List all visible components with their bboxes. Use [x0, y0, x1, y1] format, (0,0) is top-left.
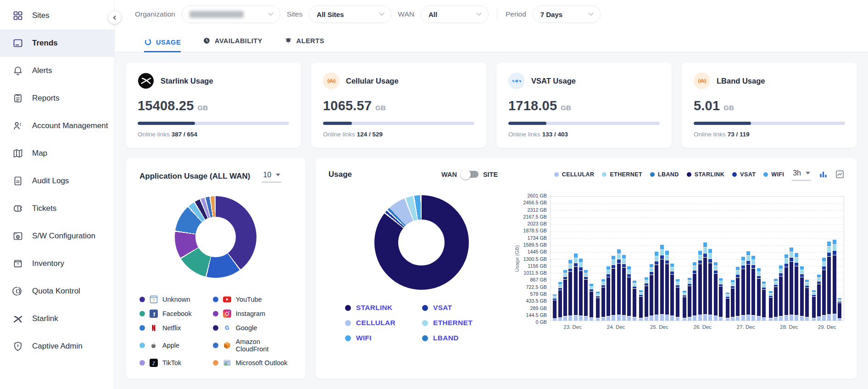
sidebar-item-sites[interactable]: Sites	[0, 2, 114, 29]
sidebar-item-audit-logs[interactable]: Audit Logs	[0, 167, 114, 195]
stacked-bar[interactable]	[714, 262, 718, 321]
stacked-bar[interactable]	[660, 245, 664, 321]
stacked-bar[interactable]	[757, 268, 761, 321]
stacked-bar[interactable]	[639, 290, 643, 321]
usage-donut[interactable]	[374, 195, 469, 290]
stacked-bar[interactable]	[650, 264, 653, 321]
stacked-bar[interactable]	[622, 255, 626, 321]
sidebar-item-map[interactable]: Map	[0, 140, 114, 167]
stacked-bar[interactable]	[693, 262, 696, 321]
stacked-bar[interactable]	[612, 256, 615, 321]
period-select[interactable]: 7 Days	[533, 6, 601, 23]
bar-legend-item-wifi[interactable]: WIFI	[763, 171, 784, 178]
app-legend-item-unknown[interactable]: ?Unknown	[139, 295, 208, 304]
stacked-bar[interactable]	[676, 279, 679, 321]
stacked-bar[interactable]	[590, 284, 593, 321]
stacked-bar[interactable]	[665, 251, 669, 321]
stacked-bar[interactable]	[817, 275, 821, 321]
stacked-bar[interactable]	[563, 270, 567, 321]
stacked-bar[interactable]	[726, 293, 729, 321]
sidebar-item-trends[interactable]: Trends	[0, 29, 114, 57]
stacked-bar[interactable]	[633, 281, 636, 321]
stacked-bar[interactable]	[558, 282, 562, 321]
app-legend-item-youtube[interactable]: YouTube	[213, 295, 292, 304]
stacked-bar[interactable]	[795, 253, 798, 321]
sidebar-item-tickets[interactable]: Tickets	[0, 195, 114, 222]
organization-select[interactable]	[182, 6, 280, 23]
app-legend-item-tiktok[interactable]: ♪TikTok	[139, 359, 208, 367]
sidebar-item-captive-admin[interactable]: Captive Admin	[0, 333, 114, 360]
stacked-bar[interactable]	[683, 291, 686, 321]
stacked-bar[interactable]	[655, 252, 658, 321]
stacked-bar[interactable]	[698, 251, 702, 321]
stacked-bar[interactable]	[731, 280, 734, 321]
app-legend-item-amazon-cloudfront[interactable]: Amazon CloudFront	[213, 338, 292, 353]
app-legend-item-netflix[interactable]: Netflix	[139, 324, 208, 332]
app-legend-item-facebook[interactable]: fFacebook	[139, 310, 208, 318]
stacked-bar[interactable]	[827, 242, 831, 321]
stacked-bar[interactable]	[785, 254, 788, 321]
stacked-bar[interactable]	[584, 270, 588, 321]
stacked-bar[interactable]	[736, 267, 740, 321]
stacked-bar[interactable]	[601, 279, 605, 321]
bar-legend-item-vsat[interactable]: VSAT	[732, 171, 756, 178]
usage-legend-item-cellular[interactable]: CELLULAR	[345, 319, 422, 327]
usage-legend-item-starlink[interactable]: STARLINK	[345, 304, 422, 312]
stacked-bar[interactable]	[741, 257, 745, 321]
sidebar-item-starlink[interactable]: Starlink	[0, 305, 114, 333]
bar-chart-type-icon[interactable]	[819, 170, 828, 179]
app-legend-item-instagram[interactable]: Instagram	[213, 310, 292, 318]
sidebar-item-s-w-configuration[interactable]: S/W Configuration	[0, 222, 114, 250]
sidebar-item-inventory[interactable]: Inventory	[0, 250, 114, 277]
stacked-bar[interactable]	[790, 248, 793, 321]
app-legend-item-apple[interactable]: Apple	[139, 338, 208, 353]
wan-select[interactable]: All	[421, 6, 489, 23]
stacked-bar[interactable]	[800, 266, 804, 321]
usage-legend-item-ethernet[interactable]: ETHERNET	[422, 319, 499, 327]
stacked-bar[interactable]	[617, 249, 621, 321]
stacked-bar[interactable]	[568, 260, 572, 321]
stacked-bar[interactable]	[769, 291, 773, 321]
stacked-bar[interactable]	[762, 282, 766, 321]
tab-alerts[interactable]: ALERTS	[284, 37, 324, 52]
line-chart-type-icon[interactable]	[835, 170, 844, 179]
stacked-bar[interactable]	[812, 290, 816, 321]
stacked-bar[interactable]	[670, 264, 674, 321]
stacked-bar[interactable]	[645, 277, 648, 321]
usage-legend-item-vsat[interactable]: VSAT	[422, 304, 499, 312]
stacked-bar[interactable]	[774, 279, 778, 321]
stacked-bar[interactable]	[833, 240, 836, 321]
usage-legend-item-lband[interactable]: LBAND	[422, 334, 499, 342]
stacked-bar[interactable]	[703, 242, 707, 321]
stacked-bar[interactable]	[596, 292, 600, 321]
app-legend-item-microsoft-outlook[interactable]: Microsoft Outlook	[213, 359, 292, 367]
stacked-bar[interactable]	[574, 254, 578, 321]
sites-select[interactable]: All Sites	[309, 6, 391, 23]
application-usage-donut[interactable]	[175, 196, 256, 278]
stacked-bar[interactable]	[751, 256, 755, 321]
usage-legend-item-wifi[interactable]: WIFI	[345, 334, 422, 342]
app-count-select[interactable]: 10	[262, 170, 281, 182]
wan-site-toggle[interactable]	[462, 171, 479, 178]
stacked-bar[interactable]	[606, 266, 610, 321]
tab-availability[interactable]: AVAILABILITY	[203, 37, 262, 52]
sidebar-item-quota-kontrol[interactable]: Quota Kontrol	[0, 277, 114, 305]
interval-select[interactable]: 3h	[792, 168, 811, 180]
sidebar-item-account-management[interactable]: Account Management	[0, 112, 114, 140]
bar-legend-item-cellular[interactable]: CELLULAR	[554, 171, 595, 178]
bar-legend-item-lband[interactable]: LBAND	[650, 171, 679, 178]
stacked-bar[interactable]	[779, 265, 783, 321]
app-legend-item-google[interactable]: GGoogle	[213, 324, 292, 332]
stacked-bar[interactable]	[805, 280, 809, 321]
sidebar-item-alerts[interactable]: Alerts	[0, 57, 114, 85]
stacked-bar[interactable]	[627, 266, 631, 321]
stacked-bar[interactable]	[746, 251, 750, 321]
stacked-bar[interactable]	[719, 278, 723, 321]
stacked-bar[interactable]	[553, 294, 556, 321]
bar-chart-plot[interactable]	[550, 196, 844, 321]
tab-usage[interactable]: USAGE	[144, 38, 181, 52]
bar-legend-item-starlink[interactable]: STARLINK	[687, 171, 724, 178]
sidebar-item-reports[interactable]: Reports	[0, 85, 114, 112]
stacked-bar[interactable]	[688, 278, 691, 321]
stacked-bar[interactable]	[838, 298, 841, 321]
